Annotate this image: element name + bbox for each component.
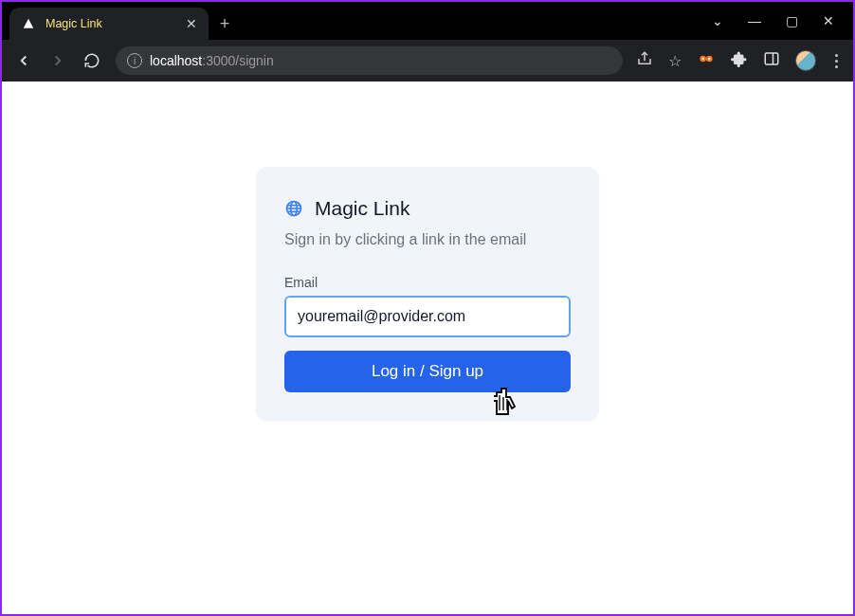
tab-title: Magic Link bbox=[45, 17, 176, 30]
svg-point-4 bbox=[701, 58, 704, 61]
card-title: Magic Link bbox=[315, 197, 409, 220]
new-tab-button[interactable]: + bbox=[209, 8, 241, 40]
side-panel-icon[interactable] bbox=[763, 50, 780, 71]
site-info-icon[interactable]: i bbox=[127, 53, 142, 68]
browser-titlebar: Magic Link ✕ + ⌄ — ▢ ✕ bbox=[2, 2, 853, 40]
signin-card: Magic Link Sign in by clicking a link in… bbox=[256, 167, 599, 421]
window-close-icon[interactable]: ✕ bbox=[823, 13, 834, 28]
nav-reload-button[interactable] bbox=[82, 50, 102, 71]
svg-point-5 bbox=[708, 58, 711, 61]
page-viewport: Magic Link Sign in by clicking a link in… bbox=[2, 82, 853, 614]
globe-icon bbox=[284, 199, 303, 218]
omnibox-url: localhost:3000/signin bbox=[150, 53, 274, 68]
omnibox[interactable]: i localhost:3000/signin bbox=[116, 46, 623, 75]
share-icon[interactable] bbox=[636, 50, 653, 71]
url-host: localhost bbox=[150, 53, 202, 68]
browser-menu-icon[interactable] bbox=[831, 54, 842, 68]
email-label: Email bbox=[284, 275, 571, 290]
profile-avatar[interactable] bbox=[795, 50, 816, 71]
svg-marker-0 bbox=[24, 19, 34, 28]
extension-glasses-icon[interactable] bbox=[697, 49, 716, 72]
window-minimize-icon[interactable]: — bbox=[748, 13, 761, 28]
window-maximize-icon[interactable]: ▢ bbox=[786, 13, 798, 28]
email-field[interactable] bbox=[284, 296, 571, 337]
tab-close-icon[interactable]: ✕ bbox=[186, 16, 197, 31]
extensions-puzzle-icon[interactable] bbox=[731, 50, 748, 71]
login-signup-button[interactable]: Log in / Sign up bbox=[284, 351, 571, 392]
browser-tab[interactable]: Magic Link ✕ bbox=[9, 8, 209, 40]
svg-rect-6 bbox=[765, 53, 778, 64]
card-subtitle: Sign in by clicking a link in the email bbox=[284, 231, 571, 248]
window-dropdown-icon[interactable]: ⌄ bbox=[712, 13, 723, 28]
tab-favicon-icon bbox=[21, 16, 36, 31]
nav-forward-button[interactable] bbox=[47, 50, 68, 71]
window-controls: ⌄ — ▢ ✕ bbox=[712, 2, 853, 40]
url-path: :3000/signin bbox=[202, 53, 274, 68]
bookmark-star-icon[interactable]: ☆ bbox=[668, 52, 682, 70]
nav-back-button[interactable] bbox=[13, 50, 34, 71]
browser-address-bar: i localhost:3000/signin ☆ bbox=[2, 40, 853, 82]
svg-rect-3 bbox=[705, 58, 707, 60]
